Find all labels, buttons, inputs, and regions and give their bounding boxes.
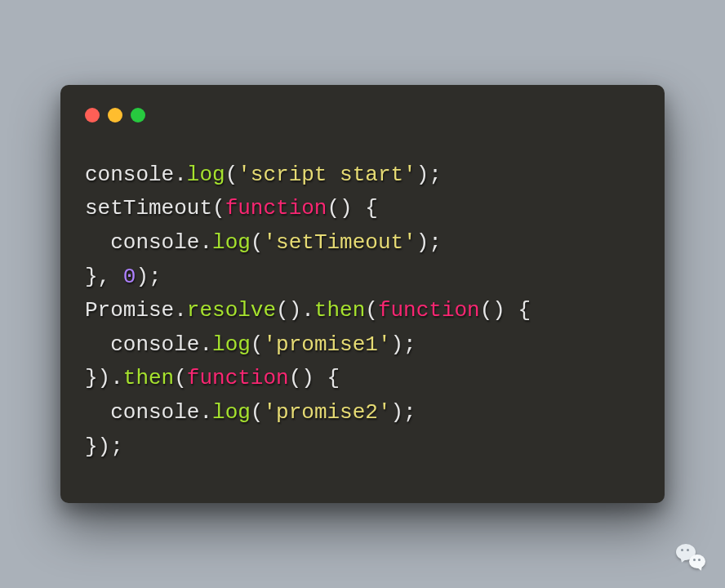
- code-token: });: [85, 434, 123, 459]
- code-token: .: [199, 400, 212, 425]
- code-token: resolve: [187, 298, 276, 323]
- wechat-icon: [676, 544, 705, 568]
- code-token: log: [212, 332, 251, 357]
- code-token: (: [251, 332, 264, 357]
- maximize-icon[interactable]: [131, 108, 145, 122]
- code-token: 'setTimeout': [263, 230, 416, 255]
- code-token: console: [85, 230, 199, 255]
- code-line: console.log('promise2');: [85, 400, 416, 425]
- code-token: 'script start': [238, 163, 416, 187]
- code-token: 'promise1': [263, 332, 390, 357]
- code-token: );: [416, 163, 442, 187]
- code-token: .: [174, 163, 187, 187]
- code-block: console.log('script start'); setTimeout(…: [85, 158, 640, 464]
- code-token: },: [85, 265, 123, 289]
- code-token: 'promise2': [263, 400, 390, 425]
- code-token: (: [251, 230, 264, 255]
- code-token: () {: [289, 366, 340, 390]
- code-token: 0: [123, 265, 136, 289]
- code-token: (: [251, 400, 264, 425]
- code-line: console.log('script start');: [85, 163, 442, 187]
- code-token: then: [314, 298, 365, 323]
- code-token: setTimeout: [85, 196, 212, 220]
- code-token: );: [416, 230, 442, 255]
- code-token: (: [212, 196, 225, 220]
- code-line: }, 0);: [85, 265, 162, 289]
- code-token: (: [225, 163, 238, 187]
- code-token: () {: [327, 196, 377, 220]
- code-line: setTimeout(function() {: [85, 196, 378, 220]
- code-token: function: [378, 298, 480, 323]
- code-token: (: [365, 298, 378, 323]
- minimize-icon[interactable]: [108, 108, 122, 122]
- code-token: then: [123, 366, 174, 390]
- code-token: console: [85, 332, 199, 357]
- code-line: Promise.resolve().then(function() {: [85, 298, 531, 323]
- code-line: console.log('setTimeout');: [85, 230, 442, 255]
- code-token: (: [174, 366, 187, 390]
- code-token: console: [85, 400, 199, 425]
- code-token: );: [391, 400, 416, 425]
- code-token: function: [225, 196, 327, 220]
- code-token: );: [391, 332, 416, 357]
- code-token: ().: [276, 298, 314, 323]
- code-token: console: [85, 163, 174, 187]
- code-token: .: [174, 298, 187, 323]
- code-token: log: [212, 400, 251, 425]
- close-icon[interactable]: [85, 108, 100, 122]
- code-token: function: [187, 366, 289, 390]
- code-token: }).: [85, 366, 123, 390]
- code-line: }).then(function() {: [85, 366, 340, 390]
- code-token: .: [199, 332, 212, 357]
- code-line: });: [85, 434, 123, 459]
- code-token: Promise: [85, 298, 174, 323]
- code-line: console.log('promise1');: [85, 332, 416, 357]
- window-titlebar: [85, 108, 640, 122]
- code-window: console.log('script start'); setTimeout(…: [60, 85, 665, 503]
- code-token: log: [187, 163, 225, 187]
- code-token: log: [212, 230, 251, 255]
- code-token: () {: [480, 298, 531, 323]
- code-token: );: [136, 265, 161, 289]
- code-token: .: [199, 230, 212, 255]
